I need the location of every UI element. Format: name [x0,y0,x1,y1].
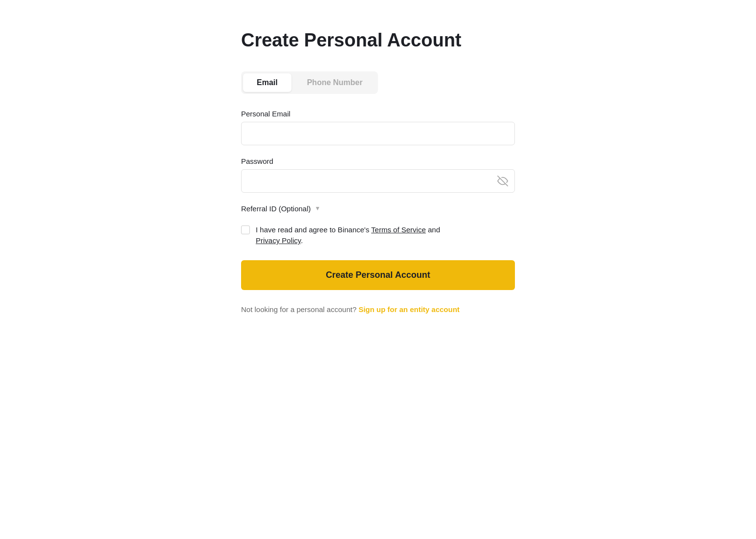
password-input[interactable] [241,169,515,193]
tab-email[interactable]: Email [243,73,291,92]
tab-phone[interactable]: Phone Number [293,73,377,92]
privacy-policy-link[interactable]: Privacy Policy [256,236,301,245]
terms-checkbox-row: I have read and agree to Binance's Terms… [241,225,515,247]
chevron-down-icon: ▼ [315,205,321,212]
referral-row[interactable]: Referral ID (Optional) ▼ [241,204,515,213]
page-title: Create Personal Account [241,29,515,52]
referral-label: Referral ID (Optional) [241,204,311,213]
terms-of-service-link[interactable]: Terms of Service [371,225,426,234]
page-container: Create Personal Account Email Phone Numb… [231,29,525,539]
terms-label: I have read and agree to Binance's Terms… [256,225,440,247]
eye-slash-icon [497,176,508,186]
terms-checkbox[interactable] [241,225,250,234]
entity-account-link[interactable]: Sign up for an entity account [358,305,460,314]
terms-text-after: . [301,236,303,245]
toggle-password-button[interactable] [497,176,508,186]
email-input[interactable] [241,122,515,145]
create-account-button[interactable]: Create Personal Account [241,260,515,290]
password-label: Password [241,157,515,165]
terms-text-middle: and [426,225,440,234]
password-field-group: Password [241,157,515,193]
email-field-group: Personal Email [241,110,515,145]
footer-text: Not looking for a personal account? Sign… [241,304,515,315]
footer-text-before: Not looking for a personal account? [241,305,358,314]
password-wrapper [241,169,515,193]
terms-text-before: I have read and agree to Binance's [256,225,371,234]
email-label: Personal Email [241,110,515,118]
tab-container: Email Phone Number [241,71,378,94]
